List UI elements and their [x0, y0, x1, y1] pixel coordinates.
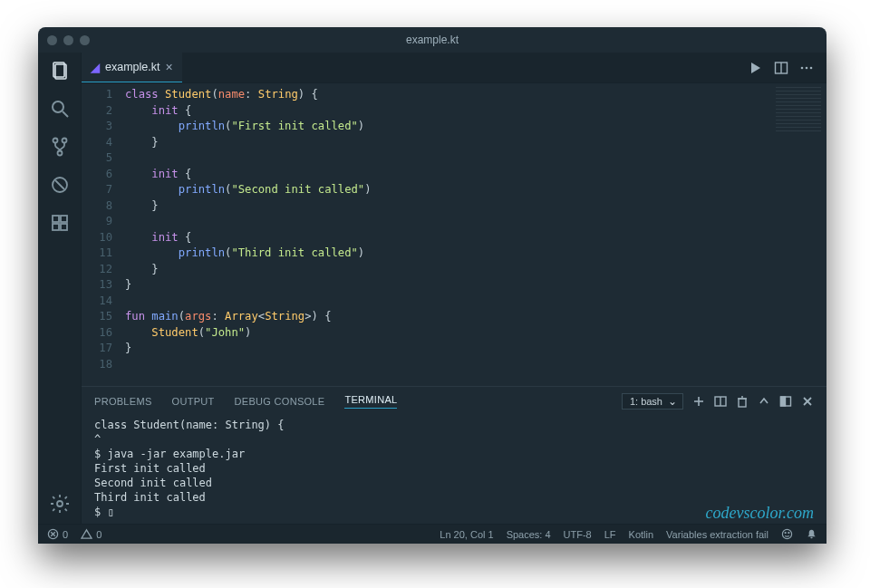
bottom-panel: PROBLEMS OUTPUT DEBUG CONSOLE TERMINAL 1…: [82, 386, 826, 524]
status-errors[interactable]: 0: [47, 528, 68, 540]
code-line: 13}: [82, 277, 826, 294]
code-line: 17}: [82, 341, 826, 357]
tab-close-icon[interactable]: ×: [165, 60, 172, 74]
status-language[interactable]: Kotlin: [629, 529, 654, 540]
line-number: 12: [82, 262, 125, 278]
status-message[interactable]: Variables extraction fail: [666, 529, 768, 540]
status-warnings[interactable]: 0: [81, 528, 102, 540]
status-eol[interactable]: LF: [604, 529, 616, 540]
close-panel-icon[interactable]: [801, 395, 814, 408]
explorer-icon[interactable]: [49, 60, 71, 82]
code-text: init {: [125, 167, 826, 183]
code-text: }: [125, 341, 826, 357]
status-encoding[interactable]: UTF-8: [564, 529, 592, 540]
code-text: println("First init called"): [125, 119, 826, 135]
terminal-line: ^: [94, 432, 814, 447]
more-actions-icon[interactable]: [799, 61, 814, 75]
editor-window: example.kt: [38, 27, 826, 544]
code-text: println("Third init called"): [125, 246, 826, 262]
run-icon[interactable]: [749, 61, 763, 75]
code-line: 9: [82, 214, 826, 230]
split-editor-icon[interactable]: [774, 61, 788, 75]
close-window-button[interactable]: [47, 35, 57, 45]
code-text: }: [125, 135, 826, 151]
status-bar: 0 0 Ln 20, Col 1 Spaces: 4 UTF-8 LF Kotl…: [38, 524, 826, 544]
svg-rect-38: [810, 537, 812, 538]
maximize-window-button[interactable]: [80, 35, 90, 45]
extensions-icon[interactable]: [49, 212, 71, 234]
panel-tab-debug[interactable]: DEBUG CONSOLE: [235, 396, 325, 407]
minimize-window-button[interactable]: [63, 35, 73, 45]
debug-icon[interactable]: [49, 174, 71, 196]
svg-rect-12: [61, 224, 67, 230]
new-terminal-icon[interactable]: [692, 395, 705, 408]
line-number: 5: [82, 150, 125, 167]
line-number: 1: [82, 87, 125, 103]
code-line: 5: [82, 150, 826, 167]
svg-marker-14: [751, 63, 760, 73]
code-line: 3 println("First init called"): [82, 119, 826, 135]
line-number: 15: [82, 309, 125, 325]
line-number: 14: [82, 294, 125, 310]
code-line: 14: [82, 294, 826, 310]
code-line: 18: [82, 357, 826, 373]
kill-terminal-icon[interactable]: [736, 395, 749, 408]
code-text: [125, 150, 826, 167]
status-indent[interactable]: Spaces: 4: [507, 529, 551, 540]
svg-rect-9: [53, 216, 59, 222]
code-line: 16 Student("John"): [82, 325, 826, 342]
minimap[interactable]: [776, 87, 821, 132]
svg-rect-10: [61, 216, 67, 222]
code-text: init {: [125, 103, 826, 120]
svg-point-6: [57, 151, 62, 156]
code-content: 1class Student(name: String) {2 init {3 …: [82, 83, 826, 376]
line-number: 10: [82, 230, 125, 246]
code-text: [125, 294, 826, 310]
panel-tab-bar: PROBLEMS OUTPUT DEBUG CONSOLE TERMINAL 1…: [82, 387, 826, 416]
panel-tab-problems[interactable]: PROBLEMS: [94, 396, 152, 407]
notifications-bell-icon[interactable]: [806, 528, 817, 540]
svg-point-2: [53, 101, 63, 112]
code-text: class Student(name: String) {: [125, 87, 826, 103]
code-text: }: [125, 262, 826, 278]
window-body: ◢ example.kt × 1: [38, 53, 826, 524]
status-cursor-position[interactable]: Ln 20, Col 1: [440, 529, 493, 540]
svg-point-36: [785, 533, 786, 534]
editor[interactable]: 1class Student(name: String) {2 init {3 …: [82, 83, 826, 386]
maximize-panel-icon[interactable]: [758, 395, 770, 408]
code-line: 6 init {: [82, 167, 826, 183]
code-text: fun main(args: Array<String>) {: [125, 309, 826, 325]
terminal-line: Second init called: [94, 476, 814, 490]
window-title: example.kt: [38, 34, 826, 46]
code-line: 15fun main(args: Array<String>) {: [82, 309, 826, 325]
panel-tab-terminal[interactable]: TERMINAL: [344, 394, 397, 409]
terminal-line: class Student(name: String) {: [94, 418, 814, 432]
code-text: }: [125, 277, 826, 294]
svg-marker-34: [82, 530, 92, 538]
feedback-smiley-icon[interactable]: [781, 528, 793, 540]
terminal-select[interactable]: 1: bash: [622, 393, 683, 410]
source-control-icon[interactable]: [49, 136, 71, 158]
code-text: }: [125, 198, 826, 215]
terminal-line: Third init called: [94, 490, 814, 505]
line-number: 9: [82, 214, 125, 230]
line-number: 4: [82, 135, 125, 151]
settings-gear-icon[interactable]: [49, 493, 71, 515]
panel-tab-output[interactable]: OUTPUT: [172, 396, 215, 407]
toggle-panel-icon[interactable]: [779, 395, 792, 408]
kotlin-file-icon: ◢: [91, 61, 100, 74]
svg-line-8: [55, 180, 64, 189]
line-number: 16: [82, 325, 125, 342]
line-number: 11: [82, 246, 125, 262]
main-area: ◢ example.kt × 1: [82, 53, 826, 524]
tab-example-kt[interactable]: ◢ example.kt ×: [82, 53, 182, 82]
search-icon[interactable]: [49, 98, 71, 120]
terminal-output[interactable]: class Student(name: String) { ^$ java -j…: [82, 416, 826, 524]
svg-point-5: [62, 139, 66, 143]
svg-rect-28: [781, 397, 786, 406]
panel-actions: 1: bash: [622, 393, 814, 410]
line-number: 6: [82, 167, 125, 183]
tab-bar: ◢ example.kt ×: [82, 53, 826, 83]
split-terminal-icon[interactable]: [714, 395, 727, 408]
svg-rect-11: [53, 224, 59, 230]
